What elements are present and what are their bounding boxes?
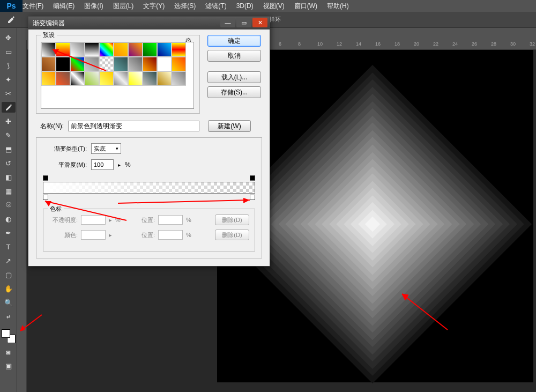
opacity-value-input[interactable]: [81, 215, 106, 225]
preset-28[interactable]: [157, 71, 172, 86]
color-location-input[interactable]: [158, 230, 183, 240]
menu-view[interactable]: 视图(V): [263, 2, 285, 11]
menu-bar: 文件(F) 编辑(E) 图像(I) 图层(L) 文字(Y) 选择(S) 滤镜(T…: [0, 0, 536, 12]
preset-5[interactable]: [114, 42, 128, 57]
window-minimize-button[interactable]: —: [220, 18, 235, 27]
preset-2[interactable]: [70, 42, 85, 57]
opacity-delete-button[interactable]: 删除(D): [215, 215, 249, 225]
color-swatches[interactable]: [2, 329, 16, 343]
preset-11[interactable]: [56, 57, 70, 71]
menu-help[interactable]: 帮助(H): [327, 2, 349, 11]
menu-image[interactable]: 图像(I): [84, 2, 103, 11]
dialog-titlebar[interactable]: 渐变编辑器 — ▭ ✕: [28, 17, 270, 29]
new-button[interactable]: 新建(W): [208, 120, 251, 132]
fg-swatch[interactable]: [2, 329, 10, 338]
preset-14[interactable]: [99, 57, 114, 71]
preset-7[interactable]: [143, 42, 157, 57]
preset-22[interactable]: [70, 71, 85, 86]
gradient-bar[interactable]: [43, 175, 255, 200]
tool-blur[interactable]: ⦾: [2, 199, 16, 210]
tool-eraser[interactable]: ◧: [2, 172, 16, 182]
tool-gradient[interactable]: ▦: [2, 186, 16, 196]
preset-15[interactable]: [114, 57, 128, 71]
presets-grid[interactable]: [41, 42, 194, 109]
tool-screenmode[interactable]: ▣: [2, 360, 16, 371]
preset-10[interactable]: [41, 57, 56, 71]
preset-13[interactable]: [85, 57, 99, 71]
menu-3d[interactable]: 3D(D): [236, 2, 254, 10]
window-close-button[interactable]: ✕: [252, 18, 267, 27]
color-value-swatch[interactable]: [81, 230, 106, 240]
menu-layer[interactable]: 图层(L): [113, 2, 134, 11]
tool-path[interactable]: ↗: [2, 255, 16, 266]
opacity-stop-start[interactable]: [43, 175, 48, 181]
tool-wand[interactable]: ✦: [2, 74, 16, 85]
preset-6[interactable]: [128, 42, 143, 57]
preset-24[interactable]: [99, 71, 114, 86]
window-maximize-button[interactable]: ▭: [236, 18, 251, 27]
tool-swap-colors[interactable]: ⇄: [2, 311, 16, 322]
tool-move[interactable]: ✥: [2, 32, 16, 43]
preset-0[interactable]: [41, 42, 56, 57]
menu-window[interactable]: 窗口(W): [294, 2, 317, 11]
preset-23[interactable]: [85, 71, 99, 86]
preset-17[interactable]: [143, 57, 157, 71]
tool-text[interactable]: T: [2, 241, 16, 252]
save-button[interactable]: 存储(S)...: [207, 86, 261, 98]
hruler-tick: 20: [414, 41, 419, 47]
presets-group: 预设 ⚙: [36, 35, 200, 114]
tool-stamp[interactable]: ⬒: [2, 144, 16, 154]
tool-heal[interactable]: ✚: [2, 116, 16, 127]
doc-tab[interactable]: 样环: [269, 16, 281, 24]
gradient-preview[interactable]: [43, 182, 255, 194]
opacity-stop-end[interactable]: [250, 175, 255, 181]
preset-4[interactable]: [99, 42, 114, 57]
type-dropdown[interactable]: 实底: [91, 143, 121, 154]
color-stop-end[interactable]: [250, 195, 255, 200]
menu-type[interactable]: 文字(Y): [143, 2, 165, 11]
name-input[interactable]: [68, 121, 199, 131]
tool-marquee[interactable]: ▭: [2, 46, 16, 57]
menu-edit[interactable]: 编辑(E): [53, 2, 75, 11]
color-stop-start[interactable]: [43, 195, 48, 200]
load-button[interactable]: 载入(L)...: [207, 71, 261, 83]
preset-1[interactable]: [56, 42, 70, 57]
cancel-button[interactable]: 取消: [207, 50, 261, 62]
hruler-tick: 10: [317, 41, 323, 47]
tool-dodge[interactable]: ◐: [2, 213, 16, 224]
gradient-editor-dialog: 渐变编辑器 — ▭ ✕ 预设 ⚙ 确定 取消 载入(L)... 存储(S)...…: [28, 16, 270, 267]
tool-eyedropper[interactable]: [2, 102, 16, 113]
preset-18[interactable]: [157, 57, 172, 71]
menu-file[interactable]: 文件(F): [23, 2, 43, 11]
eyedropper-icon: [4, 13, 17, 26]
tool-brush[interactable]: ✎: [2, 130, 16, 140]
tool-crop[interactable]: ✂: [2, 88, 16, 99]
preset-9[interactable]: [172, 42, 186, 57]
tool-shape[interactable]: ▢: [2, 269, 16, 280]
menu-select[interactable]: 选择(S): [174, 2, 196, 11]
preset-19[interactable]: [172, 57, 186, 71]
preset-27[interactable]: [143, 71, 157, 86]
preset-20[interactable]: [41, 71, 56, 86]
preset-21[interactable]: [56, 71, 70, 86]
color-delete-button[interactable]: 删除(D): [215, 230, 249, 240]
menu-filter[interactable]: 滤镜(T): [205, 2, 226, 11]
preset-25[interactable]: [114, 71, 128, 86]
preset-8[interactable]: [157, 42, 172, 57]
smooth-label: 平滑度(M):: [43, 161, 87, 169]
preset-12[interactable]: [70, 57, 85, 71]
tool-quickmask[interactable]: ◙: [2, 346, 16, 357]
tool-zoom[interactable]: 🔍: [2, 297, 16, 308]
opacity-location-input[interactable]: [158, 215, 183, 225]
tool-lasso[interactable]: ⟆: [2, 60, 16, 71]
tool-hand[interactable]: ✋: [2, 283, 16, 294]
tool-history[interactable]: ↺: [2, 158, 16, 168]
ok-button[interactable]: 确定: [207, 35, 261, 47]
preset-26[interactable]: [128, 71, 143, 86]
tool-pen[interactable]: ✒: [2, 227, 16, 238]
preset-29[interactable]: [172, 71, 186, 86]
hruler-tick: 14: [356, 41, 361, 47]
preset-16[interactable]: [128, 57, 143, 71]
smooth-input[interactable]: 100: [91, 159, 114, 170]
preset-3[interactable]: [85, 42, 99, 57]
